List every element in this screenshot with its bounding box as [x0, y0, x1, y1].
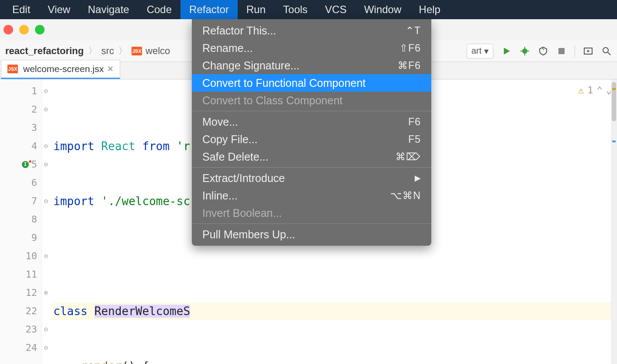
menu-separator — [192, 223, 431, 224]
menu-refactor-this[interactable]: Refactor This...⌃T — [192, 22, 431, 39]
close-tab-icon[interactable]: ✕ — [107, 64, 114, 74]
menu-separator — [192, 167, 431, 168]
gutter-line: 2 — [0, 100, 37, 119]
implementation-icon[interactable]: I — [22, 161, 29, 168]
svg-point-0 — [522, 48, 527, 54]
menu-separator — [192, 111, 431, 111]
gutter-line: 11 — [0, 265, 37, 284]
menu-view[interactable]: View — [39, 0, 79, 19]
submenu-arrow-icon: ▶ — [415, 173, 421, 183]
breadcrumb-file[interactable]: welco — [146, 45, 170, 57]
toolbar-right: art ▾ — [467, 44, 612, 58]
fold-icon[interactable]: ⊖ — [42, 192, 50, 210]
menu-tools[interactable]: Tools — [274, 0, 316, 19]
inspection-summary[interactable]: ⚠ 1 ⌃ ⌄ — [578, 81, 612, 100]
fold-icon[interactable]: ⊖ — [42, 137, 50, 155]
fold-icon[interactable]: ⊖ — [42, 339, 50, 357]
fold-icon[interactable]: ⊖ — [42, 100, 50, 119]
close-window-icon[interactable] — [3, 25, 13, 34]
menu-invert-boolean: Invert Boolean... — [192, 204, 431, 222]
menu-vcs[interactable]: VCS — [316, 0, 355, 19]
breadcrumb: react_refactoring 〉 src 〉 welco — [5, 45, 170, 57]
svg-rect-5 — [558, 48, 565, 54]
prev-highlight-icon[interactable]: ⌃ — [597, 81, 603, 100]
tab-filename: welcome-screen.jsx — [23, 64, 104, 74]
minimize-window-icon[interactable] — [19, 25, 29, 34]
editor-scrollbar[interactable] — [611, 79, 617, 364]
menu-change-signature[interactable]: Change Signature...⌘F6 — [192, 57, 431, 74]
marker-warning[interactable] — [612, 88, 616, 90]
menu-move[interactable]: Move...F6 — [192, 113, 431, 130]
chevron-down-icon: ▾ — [484, 46, 489, 56]
jsx-file-icon — [132, 47, 142, 55]
fold-icon[interactable]: ⊕ — [42, 284, 50, 302]
stop-icon[interactable] — [556, 46, 567, 56]
menu-copy-file[interactable]: Copy File...F5 — [192, 130, 431, 148]
menu-convert-functional[interactable]: Convert to Functional Component — [192, 74, 431, 92]
gutter-line: 4 — [0, 137, 37, 155]
tab-active[interactable]: welcome-screen.jsx ✕ — [1, 60, 120, 79]
gutter-line: 10 — [0, 247, 37, 265]
maximize-window-icon[interactable] — [35, 25, 45, 34]
gutter-line: 8 — [0, 210, 37, 229]
fold-icon[interactable]: ⊖ — [42, 155, 50, 174]
menu-rename[interactable]: Rename...⇧F6 — [192, 39, 431, 57]
menu-run[interactable]: Run — [238, 0, 274, 19]
fold-icon[interactable]: ⊖ — [42, 82, 50, 100]
refactor-menu: Refactor This...⌃T Rename...⇧F6 Change S… — [192, 19, 431, 246]
coverage-icon[interactable] — [538, 46, 548, 56]
gutter-line: 24 — [0, 339, 37, 357]
warning-icon: ⚠ — [578, 81, 584, 100]
run-target-icon[interactable] — [583, 46, 593, 56]
menu-safe-delete[interactable]: Safe Delete...⌘⌦ — [192, 148, 431, 165]
menubar: Edit View Navigate Code Refactor Run Too… — [0, 0, 617, 19]
menu-navigate[interactable]: Navigate — [79, 0, 138, 19]
menu-extract-introduce[interactable]: Extract/Introduce▶ — [192, 169, 431, 187]
gutter: 1 2 3 4 I5 6 7 8 9 10 11 12 22 23 24 — [0, 79, 42, 364]
menu-code[interactable]: Code — [138, 0, 180, 19]
breadcrumb-folder[interactable]: src — [101, 45, 114, 57]
warning-count: 1 — [587, 81, 593, 100]
menu-help[interactable]: Help — [410, 0, 449, 19]
breadcrumb-root[interactable]: react_refactoring — [5, 45, 84, 57]
gutter-line: 22 — [0, 302, 37, 320]
marker-caret[interactable] — [612, 141, 616, 142]
menu-window[interactable]: Window — [355, 0, 410, 19]
search-icon[interactable] — [601, 46, 612, 56]
gutter-line: 7 — [0, 192, 37, 210]
menu-inline[interactable]: Inline...⌥⌘N — [192, 187, 431, 204]
gutter-line: 12 — [0, 284, 37, 302]
breadcrumb-separator: 〉 — [116, 45, 130, 57]
run-icon[interactable] — [501, 46, 512, 56]
gutter-line: 6 — [0, 174, 37, 192]
toolbar-divider — [575, 45, 575, 57]
debug-icon[interactable] — [520, 46, 530, 56]
menu-pull-members-up[interactable]: Pull Members Up... — [192, 226, 431, 243]
gutter-line: 23 — [0, 320, 37, 339]
jsx-file-icon — [7, 65, 18, 73]
menu-convert-class: Convert to Class Component — [192, 92, 431, 109]
run-config-selector[interactable]: art ▾ — [467, 44, 493, 58]
gutter-line: 3 — [0, 119, 37, 137]
fold-icon[interactable]: ⊖ — [42, 320, 50, 339]
breadcrumb-separator: 〉 — [86, 45, 100, 57]
svg-line-8 — [608, 52, 610, 55]
menu-edit[interactable]: Edit — [3, 0, 39, 19]
gutter-line: 1 — [0, 82, 37, 100]
gutter-line: 9 — [0, 229, 37, 247]
menu-refactor[interactable]: Refactor — [180, 0, 238, 19]
svg-point-7 — [603, 48, 608, 53]
fold-column: ⊖ ⊖ ⊖ ⊖ ⊖ ⊖ ⊕ ⊖ ⊖ — [42, 79, 50, 364]
gutter-line: I5 — [0, 155, 37, 174]
run-config-label: art — [471, 46, 482, 56]
fold-icon[interactable]: ⊖ — [42, 247, 50, 265]
